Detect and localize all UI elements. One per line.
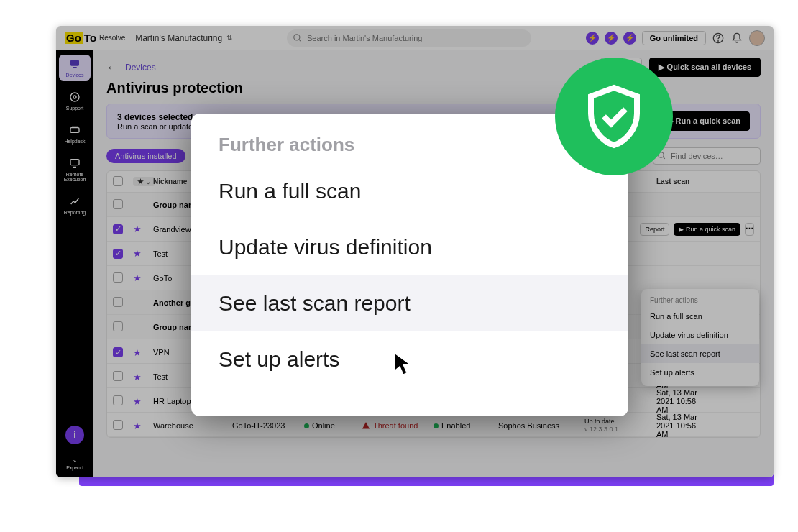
cursor-icon bbox=[393, 351, 414, 377]
bell-icon[interactable] bbox=[730, 32, 743, 45]
warning-icon bbox=[362, 421, 370, 430]
global-search[interactable] bbox=[287, 29, 531, 47]
popup-update-virus-definition[interactable]: Update virus definition bbox=[191, 219, 628, 275]
menu-title: Further actions bbox=[641, 293, 759, 307]
bolt-icon[interactable]: ⚡ bbox=[586, 32, 599, 45]
search-icon bbox=[293, 33, 303, 43]
threat-value: Threat found bbox=[362, 421, 434, 430]
row-checkbox[interactable]: ✓ bbox=[113, 347, 123, 357]
svg-line-11 bbox=[663, 157, 665, 159]
svg-rect-8 bbox=[70, 128, 79, 133]
nav-remote-execution[interactable]: Remote Execution bbox=[59, 154, 91, 185]
run-quick-scan-button[interactable]: ▶ Run a quick scan bbox=[674, 223, 740, 236]
avatar[interactable] bbox=[749, 30, 765, 46]
popup-run-full-scan[interactable]: Run a full scan bbox=[191, 163, 628, 219]
popup-see-last-scan-report[interactable]: See last scan report bbox=[191, 275, 628, 331]
svg-point-6 bbox=[70, 93, 79, 101]
helpdesk-icon bbox=[68, 124, 81, 137]
menu-update-virus-definition[interactable]: Update virus definition bbox=[641, 326, 759, 344]
antivirus-value: Sophos Business bbox=[498, 421, 584, 430]
filter-av-installed[interactable]: Antivirus installed bbox=[106, 149, 185, 163]
svg-rect-5 bbox=[73, 67, 76, 68]
svg-rect-4 bbox=[70, 60, 79, 66]
devices-icon bbox=[68, 58, 81, 70]
star-column-header[interactable]: ★⌄ bbox=[133, 177, 155, 186]
play-icon: ▶ bbox=[679, 226, 684, 233]
menu-run-full-scan[interactable]: Run a full scan bbox=[641, 307, 759, 326]
svg-point-0 bbox=[294, 34, 300, 40]
svg-rect-9 bbox=[70, 160, 79, 165]
quick-scan-all-button[interactable]: ▶Quick scan all devices bbox=[649, 58, 761, 77]
col-last-scan: Last scan bbox=[656, 178, 702, 185]
org-picker[interactable]: Martin's Manufacturing ⇅ bbox=[135, 33, 232, 43]
star-toggle[interactable]: ★ bbox=[133, 248, 153, 259]
shield-check-icon bbox=[579, 82, 648, 151]
remote-icon bbox=[68, 157, 81, 170]
row-checkbox[interactable] bbox=[113, 272, 123, 283]
status-value: Online bbox=[304, 421, 362, 430]
chevron-updown-icon: ⇅ bbox=[226, 34, 232, 42]
reporting-icon bbox=[68, 195, 81, 208]
info-button[interactable]: i bbox=[65, 426, 84, 444]
expand-icon: » bbox=[73, 459, 76, 464]
row-checkbox[interactable]: ✓ bbox=[113, 249, 123, 259]
go-unlimited-button[interactable]: Go unlimited bbox=[642, 31, 706, 45]
realtime-value: Enabled bbox=[434, 421, 498, 430]
last-scan-value: Sat, 13 Mar 2021 10:56 AM bbox=[656, 388, 702, 414]
nav-devices[interactable]: Devices bbox=[59, 55, 91, 81]
bolt-icon[interactable]: ⚡ bbox=[605, 32, 618, 45]
star-toggle[interactable]: ★ bbox=[133, 396, 153, 407]
row-checkbox[interactable] bbox=[113, 297, 123, 307]
star-toggle[interactable]: ★ bbox=[133, 372, 153, 382]
bolt-icon[interactable]: ⚡ bbox=[623, 32, 636, 45]
shield-check-badge bbox=[555, 58, 673, 175]
svg-point-3 bbox=[718, 40, 719, 41]
device-row[interactable]: ★ Warehouse GoTo-IT-23023 Online Threat … bbox=[107, 413, 760, 437]
top-bar: GoTo Resolve Martin's Manufacturing ⇅ ⚡ … bbox=[56, 26, 774, 50]
nav-helpdesk[interactable]: Helpdesk bbox=[59, 121, 91, 147]
svg-point-7 bbox=[73, 96, 76, 98]
last-scan-value: Sat, 13 Mar 2021 10:56 AM bbox=[656, 413, 702, 439]
row-checkbox[interactable] bbox=[113, 199, 123, 209]
row-checkbox[interactable] bbox=[113, 321, 123, 331]
expand-button[interactable]: » Expand bbox=[66, 459, 83, 470]
svg-line-1 bbox=[299, 39, 301, 41]
find-devices[interactable] bbox=[653, 147, 761, 165]
side-nav: Devices Support Helpdesk Remote Executio… bbox=[56, 50, 93, 477]
star-toggle[interactable]: ★ bbox=[133, 272, 153, 283]
select-all-checkbox[interactable] bbox=[113, 176, 123, 186]
brand-logo: GoTo Resolve bbox=[65, 32, 125, 44]
report-button[interactable]: Report bbox=[640, 223, 669, 236]
back-arrow[interactable]: ← bbox=[106, 61, 118, 74]
star-toggle[interactable]: ★ bbox=[133, 421, 153, 431]
help-icon[interactable] bbox=[712, 32, 725, 45]
nav-support[interactable]: Support bbox=[59, 88, 91, 114]
more-actions-button[interactable]: ⋯ bbox=[745, 223, 754, 236]
host-value: GoTo-IT-23023 bbox=[232, 421, 304, 430]
row-actions-menu: Further actions Run a full scan Update v… bbox=[641, 289, 759, 386]
row-checkbox[interactable] bbox=[113, 371, 123, 381]
menu-set-up-alerts[interactable]: Set up alerts bbox=[641, 363, 759, 382]
star-toggle[interactable]: ★ bbox=[133, 347, 153, 358]
star-toggle[interactable]: ★ bbox=[133, 224, 153, 234]
nav-reporting[interactable]: Reporting bbox=[59, 192, 91, 218]
menu-see-last-scan-report[interactable]: See last scan report bbox=[641, 344, 759, 363]
row-checkbox[interactable] bbox=[113, 420, 123, 430]
support-icon bbox=[68, 91, 81, 104]
find-devices-input[interactable] bbox=[653, 147, 761, 165]
row-checkbox[interactable]: ✓ bbox=[113, 224, 123, 234]
definition-value: Up to datev 12.3.3.0.1 bbox=[584, 418, 656, 434]
row-checkbox[interactable] bbox=[113, 395, 123, 405]
play-icon: ▶ bbox=[659, 63, 664, 71]
global-search-input[interactable] bbox=[287, 29, 531, 47]
breadcrumb-devices[interactable]: Devices bbox=[125, 63, 156, 73]
